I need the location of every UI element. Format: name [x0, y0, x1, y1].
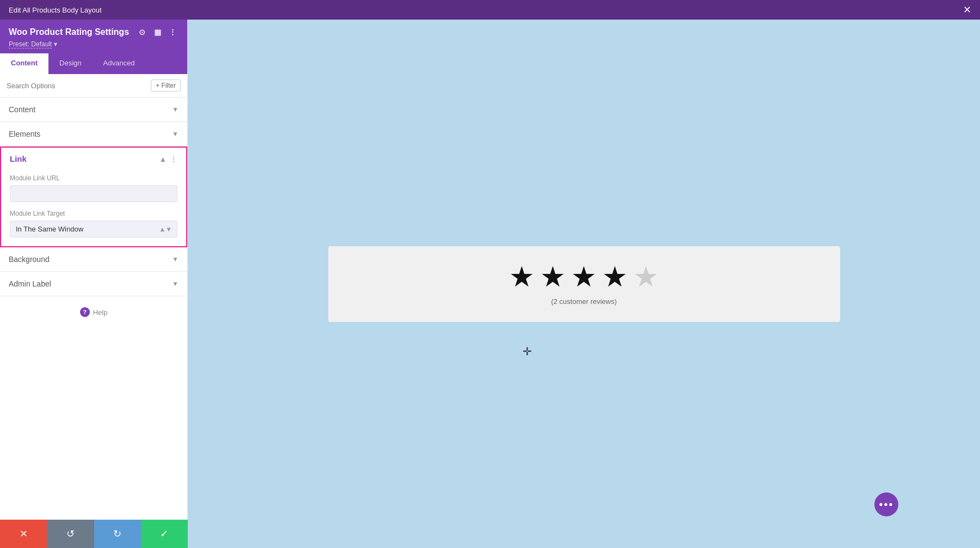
admin-label-accordion-header[interactable]: Admin Label ▼ [0, 272, 187, 296]
settings-icon[interactable]: ⊙ [136, 26, 148, 38]
target-label: Module Link Target [10, 210, 177, 217]
save-button[interactable]: ✓ [141, 520, 188, 548]
preset-label: Preset: Default [9, 40, 52, 48]
redo-button[interactable]: ↻ [94, 520, 141, 548]
url-label: Module Link URL [10, 174, 177, 182]
star-2: ★ [540, 263, 566, 291]
bottom-toolbar: ✕ ↺ ↻ ✓ [0, 520, 188, 548]
chevron-down-icon: ▼ [172, 255, 179, 263]
rating-widget: ★ ★ ★ ★ ★ (2 customer reviews) [328, 246, 840, 322]
admin-label-section: Admin Label ▼ [0, 272, 187, 296]
review-count: (2 customer reviews) [551, 297, 617, 306]
cancel-button[interactable]: ✕ [0, 520, 47, 548]
sidebar-tabs: Content Design Advanced [0, 53, 187, 74]
header-icons: ⊙ ▦ ⋮ [136, 26, 179, 38]
search-bar: + Filter [0, 74, 187, 98]
layout-icon[interactable]: ▦ [151, 26, 163, 38]
star-3: ★ [571, 263, 597, 291]
more-icon[interactable]: ⋮ [167, 26, 179, 38]
chevron-down-icon: ▼ [172, 280, 179, 288]
search-input[interactable] [7, 82, 146, 90]
fab-button[interactable]: ••• [874, 492, 898, 516]
chevron-down-icon: ▼ [172, 106, 179, 113]
help-label: Help [93, 308, 108, 316]
tab-content[interactable]: Content [0, 53, 48, 74]
link-section-actions: ▲ ⋮ [159, 155, 177, 163]
background-accordion-header[interactable]: Background ▼ [0, 247, 187, 271]
star-4: ★ [602, 263, 628, 291]
link-section: Link ▲ ⋮ Module Link URL Module Link Tar… [0, 147, 187, 247]
main-layout: Woo Product Rating Settings ⊙ ▦ ⋮ Preset… [0, 20, 980, 548]
chevron-up-icon[interactable]: ▲ [159, 155, 167, 163]
background-section: Background ▼ [0, 247, 187, 272]
star-1: ★ [509, 263, 535, 291]
close-icon[interactable]: ✕ [963, 5, 971, 15]
content-accordion-header[interactable]: Content ▼ [0, 98, 187, 121]
elements-section: Elements ▼ [0, 122, 187, 147]
help-section[interactable]: ? Help [0, 296, 187, 328]
link-section-title: Link [10, 154, 27, 163]
canvas-area: ★ ★ ★ ★ ★ (2 customer reviews) ✛ ••• [188, 20, 980, 548]
tab-advanced[interactable]: Advanced [93, 53, 146, 74]
undo-button[interactable]: ↺ [47, 520, 94, 548]
link-section-header: Link ▲ ⋮ [1, 148, 186, 170]
target-select-wrapper: In The Same Window In A New Tab ▲▼ [10, 221, 177, 238]
top-bar-title: Edit All Products Body Layout [9, 6, 102, 14]
module-link-url-input[interactable] [10, 185, 177, 202]
module-title: Woo Product Rating Settings [9, 27, 129, 37]
module-link-target-select[interactable]: In The Same Window In A New Tab [10, 221, 177, 238]
sidebar: Woo Product Rating Settings ⊙ ▦ ⋮ Preset… [0, 20, 188, 548]
top-bar: Edit All Products Body Layout ✕ [0, 0, 980, 20]
crosshair-cursor: ✛ [523, 345, 532, 358]
content-section: Content ▼ [0, 98, 187, 122]
star-5: ★ [633, 263, 659, 291]
preset-selector[interactable]: Preset: Default ▾ [9, 40, 179, 48]
stars-row: ★ ★ ★ ★ ★ [509, 263, 659, 291]
elements-accordion-header[interactable]: Elements ▼ [0, 122, 187, 146]
more-options-icon[interactable]: ⋮ [170, 155, 177, 163]
sidebar-header: Woo Product Rating Settings ⊙ ▦ ⋮ Preset… [0, 20, 187, 53]
chevron-down-icon: ▼ [172, 130, 179, 138]
tab-design[interactable]: Design [48, 53, 92, 74]
filter-button[interactable]: + Filter [151, 80, 181, 92]
module-title-row: Woo Product Rating Settings ⊙ ▦ ⋮ [9, 26, 179, 38]
help-icon: ? [80, 307, 90, 317]
link-section-body: Module Link URL Module Link Target In Th… [1, 170, 186, 246]
